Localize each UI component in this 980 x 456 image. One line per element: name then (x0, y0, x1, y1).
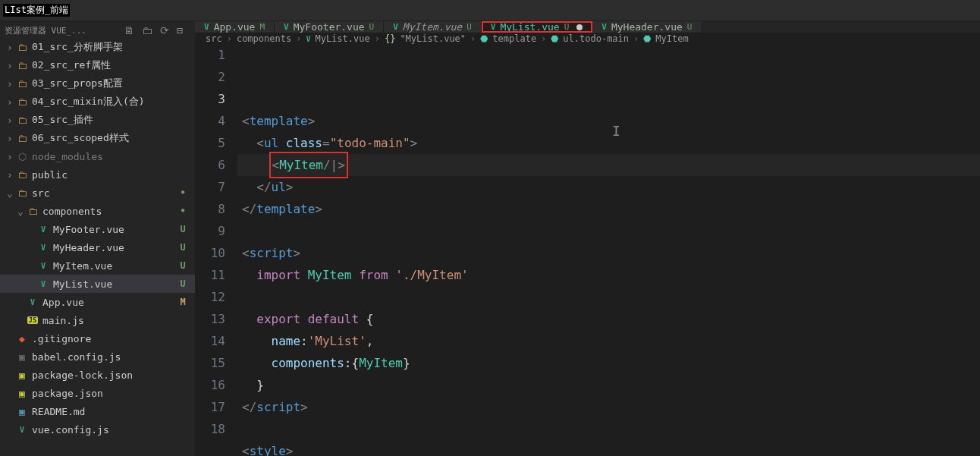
tree-item-node_modules[interactable]: ›⬡node_modules (0, 147, 195, 165)
tree-item-app-vue[interactable]: VApp.vueM (0, 293, 195, 311)
code-line[interactable]: </ul> (237, 176, 980, 198)
code-editor[interactable]: 123456789101112131415161718 I <template>… (195, 44, 980, 456)
tree-item-02_src_ref-[interactable]: ›🗀02_src_ref属性 (0, 56, 195, 74)
tab-myitem-vue[interactable]: VMyItem.vueU (384, 21, 482, 33)
vue-icon: V (284, 22, 289, 32)
tree-item-myitem-vue[interactable]: VMyItem.vueU (0, 256, 195, 275)
tree-item-myfooter-vue[interactable]: VMyFooter.vueU (0, 220, 195, 238)
chevron-icon: ⌄ (5, 187, 15, 199)
vue-icon: V (20, 426, 24, 434)
breadcrumb-part[interactable]: MyList.vue (315, 33, 369, 44)
tab-mylist-vue[interactable]: VMyList.vueU (482, 21, 593, 33)
tab-label: MyFooter.vue (294, 21, 365, 33)
breadcrumb-part[interactable]: template (492, 33, 536, 44)
folder-icon: 🗀 (17, 96, 27, 108)
chevron-right-icon: › (633, 33, 639, 44)
tree-item-babel-config-js[interactable]: ▣babel.config.js (0, 348, 195, 366)
code-line[interactable]: export default { (237, 308, 980, 330)
chevron-icon: › (5, 60, 15, 71)
code-line[interactable]: </template> (237, 198, 980, 220)
tree-item-label: README.md (32, 406, 189, 417)
tree-item-05_src_-[interactable]: ›🗀05_src_插件 (0, 111, 195, 129)
chevron-icon: › (5, 96, 15, 108)
vue-icon: V (204, 22, 209, 32)
breadcrumb-part[interactable]: components (237, 33, 291, 44)
project-title: LIst案例_前端 (3, 4, 70, 17)
code-line[interactable]: } (237, 374, 980, 396)
tree-item-label: babel.config.js (32, 351, 189, 363)
vue-icon: V (306, 35, 310, 43)
tree-item-label: 01_src_分析脚手架 (32, 40, 189, 54)
chevron-right-icon: › (296, 33, 301, 44)
tree-item-04_src_mixin-[interactable]: ›🗀04_src_mixin混入(合) (0, 93, 195, 111)
code-line[interactable] (237, 220, 980, 242)
tree-item-myheader-vue[interactable]: VMyHeader.vueU (0, 238, 195, 256)
main-layout: 资源管理器 VUE_... 🗎 🗀 ⟳ ⊟ ›🗀01_src_分析脚手架›🗀02… (0, 21, 980, 456)
folder-icon: 🗀 (17, 133, 27, 144)
line-number: 2 (195, 66, 225, 88)
vue-icon: V (41, 244, 46, 252)
git-status: M (177, 297, 189, 307)
line-number: 1 (195, 44, 225, 66)
breadcrumb-part[interactable]: ul.todo-main (563, 33, 629, 44)
tree-item-package-lock-json[interactable]: ▣package-lock.json (0, 366, 195, 384)
code-content[interactable]: I <template> <ul class="todo-main"> <MyI… (237, 44, 980, 456)
text-cursor-icon: I (612, 120, 620, 142)
line-number: 7 (195, 176, 225, 198)
chevron-icon: › (5, 42, 15, 53)
code-line[interactable]: <style> (237, 440, 980, 456)
tab-myfooter-vue[interactable]: VMyFooter.vueU (275, 21, 384, 33)
tab-myheader-vue[interactable]: VMyHeader.vueU (592, 21, 702, 33)
element-icon: ⬣ (480, 33, 488, 44)
code-line[interactable]: import MyItem from './MyItem' (237, 264, 980, 286)
code-line[interactable]: </script> (237, 396, 980, 418)
code-line[interactable]: components:{MyItem} (237, 352, 980, 374)
chevron-icon: › (5, 151, 15, 162)
title-text: LIst案例_前端 (0, 4, 70, 17)
code-line[interactable] (237, 286, 980, 308)
tree-item-readme-md[interactable]: ▣README.md (0, 402, 195, 420)
chevron-icon: › (5, 133, 15, 144)
tree-item-public[interactable]: ›🗀public (0, 165, 195, 184)
tab-app-vue[interactable]: VApp.vueM (195, 21, 275, 33)
tree-item-package-json[interactable]: ▣package.json (0, 384, 195, 402)
new-folder-icon[interactable]: 🗀 (142, 24, 152, 36)
tree-item--gitignore[interactable]: ◆.gitignore (0, 329, 195, 348)
tree-item-label: MyItem.vue (53, 260, 177, 272)
code-line[interactable]: <ul class="todo-main"> (237, 132, 980, 154)
tree-item-vue-config-js[interactable]: Vvue.config.js (0, 420, 195, 439)
tree-item-label: 05_src_插件 (32, 113, 189, 127)
line-number: 9 (195, 220, 225, 242)
tree-item-main-js[interactable]: JSmain.js (0, 311, 195, 329)
code-line[interactable]: <template> (237, 110, 980, 132)
file-explorer: 资源管理器 VUE_... 🗎 🗀 ⟳ ⊟ ›🗀01_src_分析脚手架›🗀02… (0, 21, 195, 456)
code-line[interactable] (237, 418, 980, 440)
vue-icon: V (491, 22, 496, 32)
tree-item-06_src_scoped-[interactable]: ›🗀06_src_scoped样式 (0, 129, 195, 147)
breadcrumb[interactable]: src › components › V MyList.vue › {} "My… (195, 33, 980, 44)
code-line[interactable]: name:'MyList', (237, 330, 980, 352)
line-number: 16 (195, 374, 225, 396)
tree-item-components[interactable]: ⌄🗀components• (0, 202, 195, 220)
tree-item-01_src_-[interactable]: ›🗀01_src_分析脚手架 (0, 38, 195, 56)
tree-item-03_src_props-[interactable]: ›🗀03_src_props配置 (0, 74, 195, 93)
chevron-icon: › (5, 115, 15, 126)
tree-item-label: MyHeader.vue (53, 242, 177, 253)
collapse-icon[interactable]: ⊟ (177, 24, 183, 36)
tree-item-label: 06_src_scoped样式 (32, 131, 189, 145)
dirty-dot-icon (576, 24, 583, 30)
refresh-icon[interactable]: ⟳ (160, 24, 169, 36)
tree-item-src[interactable]: ⌄🗀src• (0, 184, 195, 202)
code-line[interactable]: <MyItem/|> (237, 154, 980, 176)
new-file-icon[interactable]: 🗎 (124, 24, 134, 36)
code-line[interactable]: <script> (237, 242, 980, 264)
element-icon: ⬣ (643, 33, 651, 44)
folder-icon: 🗀 (17, 187, 27, 199)
tab-status: U (687, 22, 693, 32)
folder-icon: 🗀 (28, 206, 38, 217)
breadcrumb-part[interactable]: "MyList.vue" (400, 33, 466, 44)
breadcrumb-part[interactable]: src (206, 33, 222, 44)
tree-item-mylist-vue[interactable]: VMyList.vueU (0, 275, 195, 293)
breadcrumb-part[interactable]: MyItem (655, 33, 688, 44)
git-status: U (177, 224, 189, 234)
